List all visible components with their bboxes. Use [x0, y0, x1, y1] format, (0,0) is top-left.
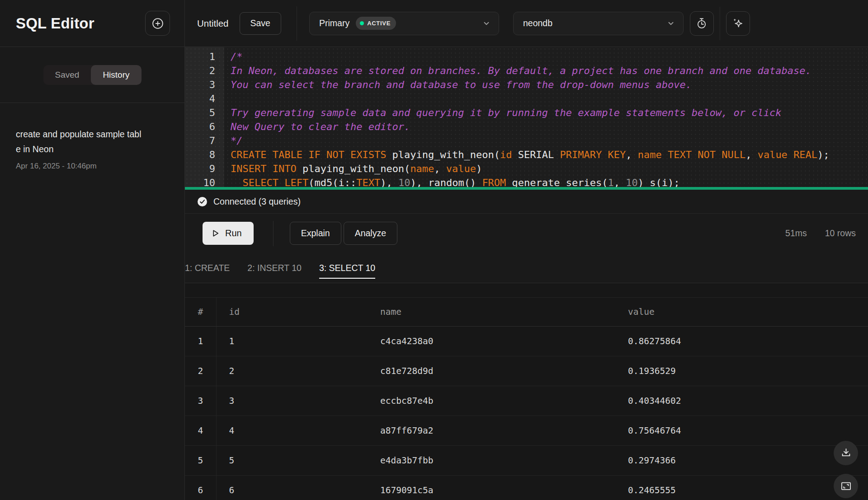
table-row: 55e4da3b7fbb0.2974366 [185, 446, 868, 476]
analyze-button[interactable]: Analyze [344, 222, 397, 245]
code-line: CREATE TABLE IF NOT EXISTS playing_with_… [231, 148, 868, 162]
table-row: 11c4ca4238a00.86275864 [185, 327, 868, 356]
code-line: You can select the branch and database t… [231, 78, 868, 92]
results-table: #idnamevalue 11c4ca4238a00.8627586422c81… [185, 297, 868, 500]
data-cell: 1 [216, 327, 368, 356]
data-cell: c81e728d9d [368, 356, 615, 386]
branch-name: Primary [319, 18, 349, 28]
column-header-name: name [368, 298, 615, 327]
code-line: */ [231, 134, 868, 148]
result-tab-3[interactable]: 3: SELECT 10 [319, 253, 375, 283]
topbar: Untitled Save Primary ACTIVE neondb [185, 0, 868, 47]
data-cell: e4da3b7fbb [368, 446, 615, 476]
sidebar-tab-history[interactable]: History [91, 65, 141, 85]
data-cell: 0.86275864 [615, 327, 868, 356]
play-icon [211, 229, 220, 238]
sql-editor-app: SQL Editor SavedHistory create and popul… [0, 0, 868, 500]
database-select[interactable]: neondb [513, 12, 684, 35]
chevron-down-icon [482, 19, 491, 28]
data-cell: 3 [216, 386, 368, 416]
sql-code-editor[interactable]: 12345678910 /*In Neon, databases are sto… [185, 47, 868, 190]
query-history-button[interactable] [690, 11, 714, 36]
data-cell: 4 [216, 416, 368, 446]
result-tab-2[interactable]: 2: INSERT 10 [247, 253, 302, 283]
branch-status-label: ACTIVE [367, 20, 391, 27]
line-number: 7 [185, 134, 215, 148]
result-tab-1[interactable]: 1: CREATE [185, 253, 230, 283]
expand-results-button[interactable] [834, 474, 858, 498]
data-cell: 1679091c5a [368, 476, 615, 500]
editor-gutter: 12345678910 [185, 47, 224, 190]
data-cell: 5 [216, 446, 368, 476]
data-cell: 0.40344602 [615, 386, 868, 416]
data-cell: 0.2465555 [615, 476, 868, 500]
query-stats: 51ms 10 rows [785, 228, 856, 238]
data-cell: 6 [216, 476, 368, 500]
data-cell: 0.2974366 [615, 446, 868, 476]
sidebar-header: SQL Editor [0, 0, 184, 47]
query-duration: 51ms [785, 228, 807, 238]
run-button[interactable]: Run [203, 222, 254, 245]
database-name: neondb [523, 18, 552, 28]
history-item-date: Apr 16, 2025 - 10:46pm [16, 162, 171, 171]
editor-code[interactable]: /*In Neon, databases are stored on branc… [224, 47, 868, 190]
sidebar-tabs-section: SavedHistory [0, 47, 184, 103]
sidebar-tabs: SavedHistory [43, 65, 142, 85]
stopwatch-icon [695, 17, 708, 30]
line-number: 9 [185, 162, 215, 176]
row-number-cell: 3 [185, 386, 216, 416]
explain-button[interactable]: Explain [290, 222, 341, 245]
results-panel: #idnamevalue 11c4ca4238a00.8627586422c81… [185, 283, 868, 500]
query-toolbar: Run Explain Analyze 51ms 10 rows [185, 214, 868, 253]
row-number-cell: 1 [185, 327, 216, 356]
download-icon [840, 447, 852, 459]
history-item[interactable]: create and populate sample table in Neon… [0, 103, 184, 171]
line-number: 1 [185, 50, 215, 64]
line-number: 8 [185, 148, 215, 162]
divider [273, 221, 274, 246]
save-button[interactable]: Save [240, 12, 281, 35]
code-line: INSERT INTO playing_with_neon(name, valu… [231, 162, 868, 176]
run-button-label: Run [225, 228, 242, 238]
row-number-cell: 6 [185, 476, 216, 500]
connection-status-row: Connected (3 queries) [185, 190, 868, 214]
data-cell: eccbc87e4b [368, 386, 615, 416]
code-line: Try generating sample data and querying … [231, 106, 868, 120]
column-header-value: value [615, 298, 868, 327]
table-row: 22c81e728d9d0.1936529 [185, 356, 868, 386]
data-cell: c4ca4238a0 [368, 327, 615, 356]
results-table-header: #idnamevalue [185, 298, 868, 327]
code-line: New Query to clear the editor. [231, 120, 868, 134]
data-cell: a87ff679a2 [368, 416, 615, 446]
circle-plus-icon [151, 17, 165, 30]
history-list: create and populate sample table in Neon… [0, 103, 184, 500]
branch-select[interactable]: Primary ACTIVE [309, 12, 499, 35]
main-panel: Untitled Save Primary ACTIVE neondb [185, 0, 868, 500]
result-tabs: 1: CREATE2: INSERT 103: SELECT 10 [185, 253, 868, 283]
run-success-bar [185, 187, 868, 190]
code-line: /* [231, 50, 868, 64]
table-row: 661679091c5a0.2465555 [185, 476, 868, 500]
history-item-title: create and populate sample table in Neon [16, 127, 146, 156]
line-number: 5 [185, 106, 215, 120]
active-dot-icon [360, 21, 364, 25]
line-number: 3 [185, 78, 215, 92]
query-title[interactable]: Untitled [197, 18, 229, 29]
table-row: 44a87ff679a20.75646764 [185, 416, 868, 446]
download-results-button[interactable] [834, 441, 858, 465]
data-cell: 0.1936529 [615, 356, 868, 386]
check-circle-icon [197, 196, 208, 207]
sidebar: SQL Editor SavedHistory create and popul… [0, 0, 185, 500]
branch-status-badge: ACTIVE [356, 17, 396, 30]
page-title: SQL Editor [16, 15, 94, 32]
code-line: In Neon, databases are stored on branche… [231, 64, 868, 78]
line-number: 2 [185, 64, 215, 78]
sidebar-tab-saved[interactable]: Saved [43, 65, 91, 85]
results-table-body: 11c4ca4238a00.8627586422c81e728d9d0.1936… [185, 327, 868, 500]
fullscreen-icon [840, 480, 852, 492]
table-row: 33eccbc87e4b0.40344602 [185, 386, 868, 416]
ai-assist-button[interactable] [726, 11, 750, 36]
new-query-button[interactable] [145, 11, 170, 36]
data-cell: 0.75646764 [615, 416, 868, 446]
chevron-down-icon [667, 19, 675, 28]
